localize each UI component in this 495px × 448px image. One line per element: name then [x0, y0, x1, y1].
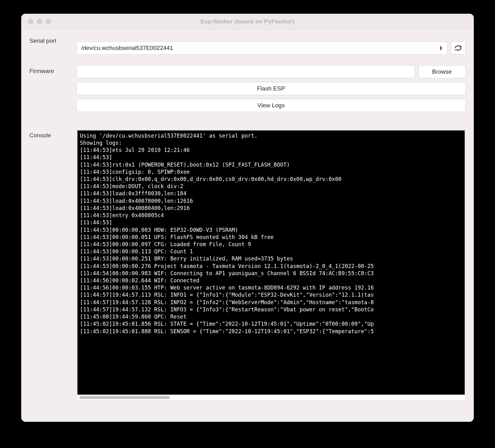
- content-area: Serial port /dev/cu.wchusbserial537E0022…: [21, 29, 474, 422]
- window-title: Esp-flasher (based on PyFlasher): [21, 18, 474, 25]
- firmware-path-input[interactable]: [76, 65, 415, 78]
- app-window: Esp-flasher (based on PyFlasher) Serial …: [21, 14, 474, 422]
- flash-esp-button[interactable]: Flash ESP: [76, 82, 466, 95]
- console-output[interactable]: Using '/dev/cu.wchusbserial537E0022441' …: [77, 130, 465, 395]
- serial-port-value: /dev/cu.wchusbserial537E0022441: [81, 45, 173, 51]
- minimize-window-button[interactable]: [37, 19, 42, 24]
- serial-port-select[interactable]: /dev/cu.wchusbserial537E0022441 ▲▼: [76, 41, 448, 55]
- refresh-ports-button[interactable]: [451, 41, 466, 55]
- console-panel: Using '/dev/cu.wchusbserial537E0022441' …: [76, 129, 466, 401]
- traffic-lights: [21, 19, 51, 24]
- titlebar: Esp-flasher (based on PyFlasher): [21, 14, 474, 29]
- firmware-label: Firmware: [29, 65, 75, 125]
- close-window-button[interactable]: [28, 19, 33, 24]
- refresh-icon: [454, 45, 462, 51]
- console-horizontal-scrollbar[interactable]: [78, 395, 464, 400]
- serial-port-label: Serial port: [29, 35, 75, 61]
- zoom-window-button[interactable]: [46, 19, 51, 24]
- console-label: Console: [29, 129, 75, 414]
- scrollbar-thumb[interactable]: [79, 396, 170, 399]
- browse-button[interactable]: Browse: [418, 65, 466, 78]
- view-logs-button[interactable]: View Logs: [76, 99, 466, 112]
- chevron-up-down-icon: ▲▼: [439, 46, 443, 51]
